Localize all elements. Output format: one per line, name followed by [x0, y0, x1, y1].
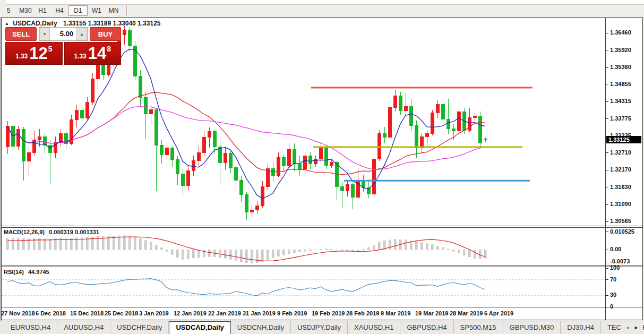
chart-tab-gbpusd-m30[interactable]: GBPUSD,M30	[503, 321, 561, 334]
order-row: SELL ▾ 5.00 ▴ BUY	[5, 27, 121, 41]
buy-price-box[interactable]: 1.33 14 8	[64, 42, 122, 65]
symbol-tabbar: EURUSD,H4AUDUSD,H4USDCHF,DailyUSDCAD,Dai…	[0, 321, 644, 334]
tab-scroll-arrows: ◄ ►	[621, 321, 643, 333]
buy-price-big: 14	[88, 45, 106, 62]
up-arrow-icon: ▴	[81, 31, 83, 37]
tab-scroll-right-button[interactable]: ►	[634, 325, 639, 330]
sell-button[interactable]: SELL	[5, 27, 37, 41]
trade-widget: SELL ▾ 5.00 ▴ BUY 1.33 12 5 1.33 14 8	[5, 27, 121, 65]
chart-tab-gbpusd-h4[interactable]: GBPUSD,H4	[400, 321, 453, 334]
buy-button[interactable]: BUY	[90, 27, 121, 41]
sell-price-sup: 5	[48, 45, 53, 53]
price-row: 1.33 12 5 1.33 14 8	[5, 42, 121, 65]
volume-decrease-button[interactable]: ▾	[39, 28, 50, 40]
chart-tab-usdchf-daily[interactable]: USDCHF,Daily	[110, 321, 169, 334]
chart-tab-usdjpy-daily[interactable]: USDJPY,Daily	[291, 321, 348, 334]
volume-increase-button[interactable]: ▴	[76, 28, 87, 40]
chart-tab-eurusd-h4[interactable]: EURUSD,H4	[4, 321, 57, 334]
chart-tab-xauusd-h1[interactable]: XAUUSD,H1	[348, 321, 400, 334]
down-arrow-icon: ▾	[44, 31, 46, 37]
volume-input[interactable]: 5.00	[50, 28, 76, 40]
chart-tab-dj30-h4[interactable]: DJ30,H4	[561, 321, 601, 334]
chart-tab-sp500-m15[interactable]: SP500,M15	[454, 321, 503, 334]
chart-tab-usdcnh-daily[interactable]: USDCNH,Daily	[231, 321, 291, 334]
buy-price-sup: 8	[107, 45, 111, 53]
buy-price-prefix: 1.33	[74, 53, 86, 60]
sell-price-box[interactable]: 1.33 12 5	[5, 42, 63, 65]
sell-price-prefix: 1.33	[15, 53, 28, 60]
sell-price-big: 12	[29, 45, 47, 62]
chart-tab-audusd-h4[interactable]: AUDUSD,H4	[57, 321, 110, 334]
chart-tab-usdcad-daily[interactable]: USDCAD,Daily	[169, 321, 230, 334]
metatrader-screen: 5M30H1H4D1W1MN ▲ USDCAD,Daily 1.33155 1.…	[0, 0, 644, 334]
volume-spinner: ▾ 5.00 ▴	[39, 27, 88, 41]
tab-scroll-left-button[interactable]: ◄	[625, 325, 630, 330]
